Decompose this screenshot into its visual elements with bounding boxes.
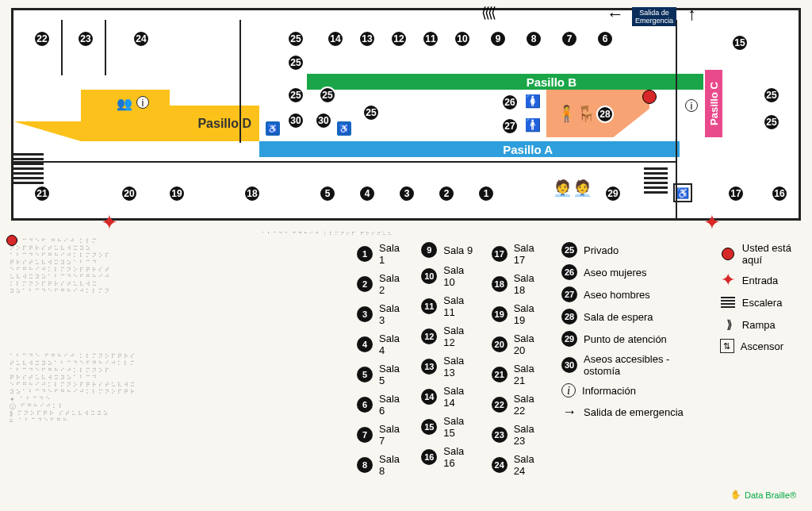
legend-number: 27: [561, 286, 577, 302]
info-desk-icon: 👥: [117, 96, 132, 111]
legend-label: Sala 19: [514, 302, 547, 326]
legend-item: ⟩⟩Rampa: [720, 317, 812, 332]
legend-label: Ascensor: [741, 340, 783, 352]
legend-item: 19Sala 19: [492, 302, 547, 326]
legend-label: Entrada: [742, 275, 779, 286]
legend-item: 4Sala 4: [357, 332, 407, 356]
room-marker: 18: [243, 185, 261, 202]
legend-item: 6Sala 6: [357, 393, 407, 417]
entrance-star-icon: ✦: [720, 272, 736, 288]
corridor-a: Pasillo A: [259, 141, 680, 157]
corridor-b: Pasillo B: [307, 74, 703, 90]
legend-item: 7Sala 7: [357, 423, 407, 447]
legend-item: 2Sala 2: [357, 272, 407, 296]
you-are-here-marker: [642, 90, 657, 104]
legend-item: 15Sala 15: [421, 415, 477, 439]
room-marker: 16: [771, 185, 788, 202]
room-marker: 17: [727, 185, 745, 202]
legend-item: 20Sala 20: [492, 332, 547, 356]
room-marker: 6: [596, 30, 614, 48]
room-marker: 19: [168, 185, 186, 202]
legend-label: Sala 4: [379, 332, 407, 356]
room-marker: 11: [422, 30, 439, 48]
legend-col-2: 9Sala 910Sala 1011Sala 1112Sala 1213Sala…: [421, 242, 477, 477]
room-marker: 25: [287, 86, 304, 104]
meeting-icon: 🧑‍💼🧑‍💼: [553, 179, 592, 198]
waiting-icon: 🧍🪑: [557, 104, 596, 123]
entrance-star-icon: ✦: [101, 210, 118, 235]
room-marker: 20: [121, 185, 138, 202]
legend-number: 19: [492, 306, 508, 322]
corridor-d-triangle: [13, 121, 81, 141]
legend-label: Aseo hombres: [584, 289, 650, 301]
room-marker: 12: [390, 30, 408, 48]
info-icon: i: [136, 96, 149, 109]
braille-text: ⠁⠃⠉⠙⠑ ⠋⠛⠓⠊⠚ ⠅⠇⠍⠝⠕⠏ ⠟⠗⠎⠞⠥⠧: [262, 230, 579, 237]
legend: 1Sala 12Sala 23Sala 34Sala 45Sala 56Sala…: [357, 242, 812, 477]
legend-number: 15: [421, 419, 437, 435]
room-marker: 25: [763, 86, 780, 104]
legend-number: 16: [421, 449, 437, 465]
legend-item: 21Sala 21: [492, 363, 547, 386]
legend-number: 2: [357, 276, 373, 292]
room-marker: 7: [561, 30, 578, 48]
info-icon: i: [561, 383, 576, 398]
legend-item: 16Sala 16: [421, 445, 477, 469]
legend-number: 17: [492, 246, 508, 262]
legend-item: 25Privado: [561, 242, 706, 258]
legend-number: 13: [421, 359, 437, 375]
brand-label: Data Braille®: [745, 490, 796, 500]
legend-label: Punto de atención: [584, 333, 667, 345]
legend-col-3: 17Sala 1718Sala 1819Sala 1920Sala 2021Sa…: [492, 242, 547, 477]
room-marker: 30: [315, 112, 332, 129]
room-marker: 24: [132, 30, 150, 48]
legend-item: 26Aseo mujeres: [561, 264, 706, 280]
legend-number: 8: [357, 457, 373, 473]
legend-label: Sala 22: [514, 393, 547, 417]
legend-label: Aseos accesibles - ostomía: [584, 353, 706, 377]
legend-number: 11: [421, 298, 437, 314]
arrow-right-icon: →: [561, 404, 577, 420]
legend-number: 21: [492, 367, 508, 382]
floor-plan-map: Pasillo D Pasillo B Pasillo A Pasillo C …: [11, 8, 801, 221]
room-marker: 25: [287, 30, 304, 48]
braille-text: ⠁⠃⠉⠙⠑ ⠋⠛⠓⠊⠚ ⠅⠇⠍⠝⠕⠏⠟⠗⠎⠞⠥⠧⠺⠭⠽⠵⠁⠃⠉⠙⠑⠋⠛⠓⠊⠚⠅⠇…: [10, 353, 263, 425]
legend-item: ⇅Ascensor: [720, 339, 812, 353]
room-marker: 2: [438, 185, 455, 202]
legend-label: Sala 21: [514, 363, 547, 386]
corridor-c: Pasillo C: [705, 70, 722, 137]
legend-item: Escalera: [720, 294, 812, 310]
legend-item: 5Sala 5: [357, 363, 407, 386]
room-marker: 8: [525, 30, 542, 48]
legend-label: Escalera: [742, 297, 783, 309]
legend-label: Sala 24: [514, 453, 547, 477]
woman-icon: 🚺: [525, 94, 541, 109]
arrow-left-icon: ←: [607, 4, 624, 25]
room-marker: 5: [319, 185, 336, 202]
brand-logo: ✋ Data Braille®: [730, 490, 796, 500]
legend-item: Usted está aquí: [720, 242, 812, 266]
legend-number: 12: [421, 328, 437, 344]
legend-number: 25: [561, 242, 577, 258]
legend-item: 29Punto de atención: [561, 331, 706, 347]
legend-label: Sala 1: [379, 242, 407, 266]
room-marker: 29: [604, 185, 622, 202]
room-marker: 9: [489, 30, 507, 48]
legend-item: 28Sala de espera: [561, 309, 706, 325]
legend-label: Sala 6: [379, 393, 407, 417]
corridor-c-label: Pasillo C: [708, 82, 720, 125]
you-are-here-braille-dot: [6, 235, 17, 246]
arrow-up-icon: ↑: [688, 4, 696, 25]
you-are-here-icon: [720, 246, 736, 262]
stairs-icon: [720, 294, 736, 310]
legend-col-1: 1Sala 12Sala 23Sala 34Sala 45Sala 56Sala…: [357, 242, 407, 477]
legend-col-4: 25Privado26Aseo mujeres27Aseo hombres28S…: [561, 242, 706, 477]
stairs-icon: [12, 153, 44, 186]
legend-label: Sala 11: [443, 294, 477, 318]
ramp-icon: ⟨⟨⟨⟨: [481, 4, 494, 21]
ramp-icon: ⟩⟩: [720, 317, 736, 332]
man-icon: 🚹: [525, 117, 541, 133]
room-marker: 13: [358, 30, 376, 48]
room-marker: 4: [358, 185, 376, 202]
corridor-a-label: Pasillo A: [503, 143, 553, 156]
